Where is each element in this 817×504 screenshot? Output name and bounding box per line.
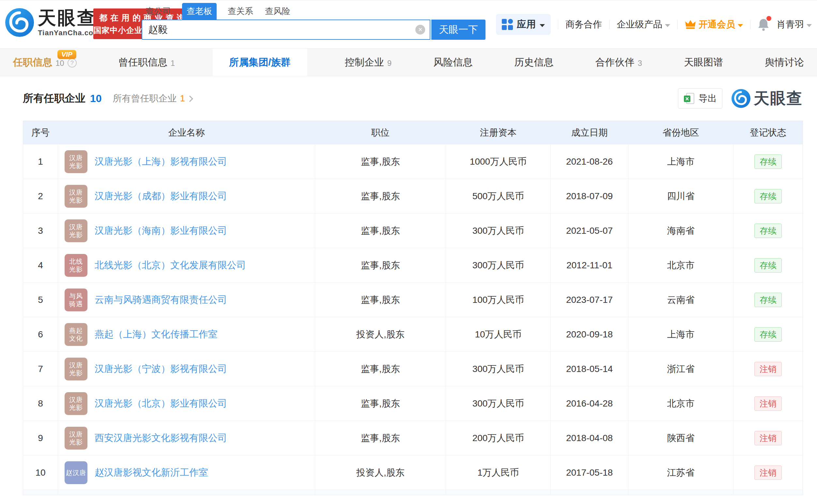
search-tab-1[interactable]: 查公司 <box>145 3 171 20</box>
company-avatar[interactable]: 汉唐光影 <box>65 185 87 208</box>
cell-date: 2018-07-09 <box>551 179 629 214</box>
cell-status: 注销 <box>734 455 803 490</box>
avatar-text: 光影 <box>69 196 83 204</box>
cell-company: 汉唐光影汉唐光影（宁波）影视有限公司 <box>58 352 315 386</box>
table-row: 3汉唐光影汉唐光影（海南）影业有限公司监事,股东300万人民币2021-05-0… <box>23 214 803 248</box>
column-header: 序号 <box>23 121 58 144</box>
nav-tab-6[interactable]: 历史信息 <box>510 49 557 76</box>
excel-export-icon <box>684 93 695 104</box>
menu-enterprise-products[interactable]: 企业级产品 <box>617 18 670 31</box>
nav-tab-label: 历史信息 <box>514 56 553 69</box>
notification-bell-icon[interactable] <box>758 18 769 31</box>
nav-tab-2[interactable]: 曾任职信息1 <box>114 49 179 76</box>
cell-province: 陕西省 <box>629 421 734 455</box>
nav-tab-4[interactable]: 控制企业9 <box>341 49 395 76</box>
cell-company: 汉唐光影汉唐光影（成都）影业有限公司 <box>58 179 315 214</box>
search-button[interactable]: 天眼一下 <box>431 20 485 40</box>
company-avatar[interactable]: 赵汉唐 <box>65 461 87 484</box>
cell-position: 监事,股东 <box>315 214 446 248</box>
avatar-text: 光影 <box>69 404 83 411</box>
nav-tab-label: 曾任职信息 <box>118 56 167 69</box>
avatar-text: 光影 <box>69 369 83 377</box>
past-companies-link[interactable]: 所有曾任职企业 1 <box>113 92 192 105</box>
avatar-text: 汉唐 <box>69 430 83 438</box>
table-row: 1汉唐光影汉唐光影（上海）影视有限公司监事,股东1000万人民币2021-08-… <box>23 144 803 179</box>
nav-tab-9[interactable]: 舆情讨论 <box>761 49 808 76</box>
status-badge: 注销 <box>754 396 782 411</box>
top-header: 天眼查 TianYanCha.com 都在用的商业查询工具 国家中小企业发展子基… <box>0 1 817 48</box>
nav-tab-3[interactable]: 所属集团/族群 <box>213 49 307 76</box>
column-header: 省份地区 <box>629 121 734 144</box>
cell-company: 与风骑遇云南与风骑遇商贸有限责任公司 <box>58 283 315 317</box>
company-name-link[interactable]: 赵汉唐影视文化新沂工作室 <box>95 466 208 479</box>
top-menu: 应用 商务合作 企业级产品 开通会员 <box>496 1 812 48</box>
company-avatar[interactable]: 汉唐光影 <box>65 427 87 450</box>
company-name-link[interactable]: 汉唐光影（成都）影业有限公司 <box>95 190 227 203</box>
cell-index: 7 <box>23 352 58 386</box>
cell-date: 2017-05-18 <box>551 455 629 490</box>
export-label: 导出 <box>699 92 717 105</box>
company-cell: 燕起文化燕起（上海）文化传播工作室 <box>58 323 315 346</box>
company-name-link[interactable]: 汉唐光影（宁波）影视有限公司 <box>95 363 227 376</box>
company-name-link[interactable]: 云南与风骑遇商贸有限责任公司 <box>95 293 227 306</box>
cell-date: 2018-04-08 <box>551 421 629 455</box>
cell-position: 监事,股东 <box>315 144 446 179</box>
nav-tab-8[interactable]: 天眼图谱 <box>680 49 727 76</box>
cell-date: 2020-09-18 <box>551 317 629 352</box>
company-cell: 赵汉唐赵汉唐影视文化新沂工作室 <box>58 461 315 484</box>
company-avatar[interactable]: 汉唐光影 <box>65 219 87 242</box>
nav-tab-label: 天眼图谱 <box>684 56 723 69</box>
clear-icon[interactable]: × <box>415 25 425 35</box>
company-avatar[interactable]: 汉唐光影 <box>65 150 87 173</box>
company-name-link[interactable]: 汉唐光影（海南）影业有限公司 <box>95 224 227 237</box>
tianyancha-watermark: 天眼查 <box>732 88 803 109</box>
company-name-link[interactable]: 汉唐光影（北京）影业有限公司 <box>95 397 227 410</box>
company-avatar[interactable]: 与风骑遇 <box>65 289 87 311</box>
search-tab-3[interactable]: 查关系 <box>227 3 254 20</box>
logo-title: 天眼查 <box>38 8 100 28</box>
company-name-link[interactable]: 燕起（上海）文化传播工作室 <box>95 328 218 341</box>
table-row: 7汉唐光影汉唐光影（宁波）影视有限公司监事,股东300万人民币2018-05-1… <box>23 352 803 386</box>
company-name-link[interactable]: 北线光影（北京）文化发展有限公司 <box>95 259 246 272</box>
company-name-link[interactable]: 汉唐光影（上海）影视有限公司 <box>95 155 227 168</box>
company-avatar[interactable]: 北线光影 <box>65 254 87 277</box>
divider <box>677 20 678 29</box>
user-menu[interactable]: 肖青羽 <box>777 18 812 31</box>
company-name-link[interactable]: 西安汉唐光影文化影视有限公司 <box>95 432 227 445</box>
cell-index: 1 <box>23 144 58 179</box>
menu-open-vip[interactable]: 开通会员 <box>685 18 743 31</box>
table-row: 5与风骑遇云南与风骑遇商贸有限责任公司监事,股东100万人民币2023-07-1… <box>23 283 803 317</box>
search-tab-2[interactable]: 查老板 <box>182 3 217 20</box>
cell-province: 上海市 <box>629 144 734 179</box>
search-tab-4[interactable]: 查风险 <box>264 3 291 20</box>
past-companies-label: 所有曾任职企业 <box>113 92 177 105</box>
apps-menu-button[interactable]: 应用 <box>496 14 551 35</box>
nav-tab-7[interactable]: 合作伙伴3 <box>591 49 646 76</box>
help-icon[interactable]: ? <box>67 58 77 67</box>
company-avatar[interactable]: 汉唐光影 <box>65 392 87 415</box>
cell-status: 存续 <box>734 283 803 317</box>
cell-capital: 300万人民币 <box>446 214 551 248</box>
cell-status: 存续 <box>734 214 803 248</box>
nav-tab-5[interactable]: 风险信息 <box>429 49 476 76</box>
company-cell: 汉唐光影汉唐光影（上海）影视有限公司 <box>58 150 315 173</box>
notification-dot <box>766 16 771 21</box>
table-row: 6燕起文化燕起（上海）文化传播工作室投资人,股东10万人民币2020-09-18… <box>23 317 803 352</box>
export-button[interactable]: 导出 <box>678 88 722 109</box>
profile-nav-tabs: 任职信息10?VIP曾任职信息1所属集团/族群控制企业9风险信息历史信息合作伙伴… <box>0 48 817 76</box>
cell-position: 监事,股东 <box>315 421 446 455</box>
table-row: 10赵汉唐赵汉唐影视文化新沂工作室投资人,股东1万人民币2017-05-18江苏… <box>23 455 803 490</box>
caret-down-icon <box>738 24 743 27</box>
site-logo[interactable]: 天眼查 TianYanCha.com <box>5 8 100 37</box>
search-input[interactable] <box>141 20 430 40</box>
menu-business-cooperation[interactable]: 商务合作 <box>565 18 602 31</box>
nav-tab-1[interactable]: 任职信息10?VIP <box>9 49 81 76</box>
caret-down-icon <box>665 24 670 27</box>
company-avatar[interactable]: 燕起文化 <box>65 323 87 346</box>
nav-tab-label: 舆情讨论 <box>765 56 804 69</box>
cell-date: 2021-08-26 <box>551 144 629 179</box>
enterprise-products-label: 企业级产品 <box>617 18 662 31</box>
footer-cell <box>58 490 315 495</box>
search-tabs: 查公司查老板查关系查风险 <box>141 3 485 20</box>
company-avatar[interactable]: 汉唐光影 <box>65 358 87 380</box>
